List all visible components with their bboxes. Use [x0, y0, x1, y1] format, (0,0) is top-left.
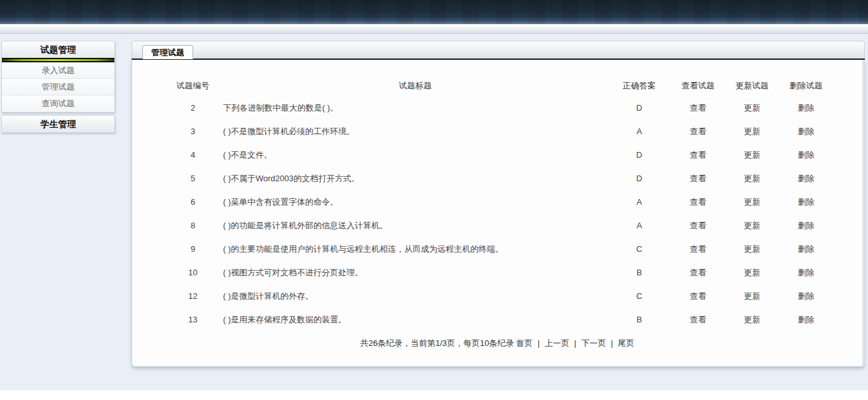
- sidebar-section: 试题管理 录入试题 管理试题 查询试题: [1, 41, 115, 113]
- pagination-link[interactable]: 尾页: [618, 338, 634, 348]
- pagination-link[interactable]: 上一页: [545, 338, 569, 348]
- correct-answer-cell: C: [607, 284, 671, 308]
- delete-question-link[interactable]: 删除: [779, 284, 833, 308]
- question-title-cell: ( )不是微型计算机必须的工作环境。: [223, 120, 607, 143]
- delete-question-link[interactable]: 删除: [779, 308, 833, 331]
- question-title-cell: ( )的功能是将计算机外部的信息送入计算机。: [223, 214, 607, 237]
- update-question-link[interactable]: 更新: [725, 284, 779, 308]
- table-body: 2 下列各进制数中最大的数是( )。 D 查看 更新 删除 3 ( )不是微型计…: [163, 96, 833, 331]
- question-id-cell: 10: [163, 261, 223, 284]
- view-question-link[interactable]: 查看: [671, 308, 725, 331]
- update-question-link[interactable]: 更新: [725, 214, 779, 237]
- correct-answer-cell: D: [607, 96, 671, 120]
- question-title-cell: ( )菜单中含有设置字体的命令。: [223, 190, 607, 214]
- question-id-cell: 2: [163, 96, 223, 120]
- correct-answer-cell: B: [607, 261, 671, 284]
- pagination-link[interactable]: 首页: [516, 338, 532, 348]
- correct-answer-cell: B: [607, 308, 671, 331]
- pagination-separator: |: [535, 338, 542, 348]
- question-title-cell: ( )不是文件。: [223, 143, 607, 167]
- delete-question-link[interactable]: 删除: [779, 167, 833, 190]
- sidebar-item[interactable]: 录入试题: [2, 62, 114, 79]
- table-row: 12 ( )是微型计算机的外存。 C 查看 更新 删除: [163, 284, 833, 308]
- view-question-link[interactable]: 查看: [671, 96, 725, 120]
- panel-body: 试题编号 试题标题 正确答案 查看试题 更新试题 删除试题 2 下列各进制数中最…: [132, 60, 865, 367]
- column-header: 查看试题: [671, 75, 725, 96]
- view-question-link[interactable]: 查看: [671, 237, 725, 261]
- pagination: 共26条纪录，当前第1/3页，每页10条纪录 首页 | 上一页 | 下一页 | …: [132, 331, 862, 355]
- tab-manage-questions[interactable]: 管理试题: [142, 45, 193, 59]
- update-question-link[interactable]: 更新: [725, 120, 779, 143]
- table-row: 8 ( )的功能是将计算机外部的信息送入计算机。 A 查看 更新 删除: [163, 214, 833, 237]
- question-title-cell: ( )不属于Word2003的文档打开方式。: [223, 167, 607, 190]
- pagination-summary: 共26条纪录，当前第1/3页，每页10条纪录: [360, 338, 514, 348]
- delete-question-link[interactable]: 删除: [779, 120, 833, 143]
- column-header: 更新试题: [725, 75, 779, 96]
- delete-question-link[interactable]: 删除: [779, 214, 833, 237]
- correct-answer-cell: A: [607, 120, 671, 143]
- view-question-link[interactable]: 查看: [671, 120, 725, 143]
- accent-stripe-core: [2, 59, 114, 61]
- pagination-separator: |: [608, 338, 615, 348]
- sidebar-section-title[interactable]: 试题管理: [2, 41, 114, 58]
- sidebar-item[interactable]: 查询试题: [2, 95, 114, 112]
- delete-question-link[interactable]: 删除: [779, 96, 833, 120]
- view-question-link[interactable]: 查看: [671, 261, 725, 284]
- view-question-link[interactable]: 查看: [671, 190, 725, 214]
- question-id-cell: 13: [163, 308, 223, 331]
- view-question-link[interactable]: 查看: [671, 167, 725, 190]
- pagination-links: 首页 | 上一页 | 下一页 | 尾页: [516, 338, 634, 348]
- delete-question-link[interactable]: 删除: [779, 190, 833, 214]
- column-header: 删除试题: [779, 75, 833, 96]
- sidebar-item-list: 录入试题 管理试题 查询试题: [2, 62, 114, 112]
- tab-bar: 管理试题: [132, 41, 865, 59]
- view-question-link[interactable]: 查看: [671, 143, 725, 167]
- sidebar-section-title[interactable]: 学生管理: [2, 116, 114, 132]
- correct-answer-cell: D: [607, 143, 671, 167]
- column-header: 试题标题: [223, 75, 607, 96]
- correct-answer-cell: C: [607, 237, 671, 261]
- questions-table: 试题编号 试题标题 正确答案 查看试题 更新试题 删除试题 2 下列各进制数中最…: [163, 75, 833, 331]
- correct-answer-cell: A: [607, 190, 671, 214]
- sidebar: 试题管理 录入试题 管理试题 查询试题 学生管理: [1, 41, 115, 135]
- table-row: 3 ( )不是微型计算机必须的工作环境。 A 查看 更新 删除: [163, 120, 833, 143]
- view-question-link[interactable]: 查看: [671, 214, 725, 237]
- question-title-cell: ( )是用来存储程序及数据的装置。: [223, 308, 607, 331]
- delete-question-link[interactable]: 删除: [779, 143, 833, 167]
- column-header: 试题编号: [163, 75, 223, 96]
- correct-answer-cell: D: [607, 167, 671, 190]
- table-row: 2 下列各进制数中最大的数是( )。 D 查看 更新 删除: [163, 96, 833, 120]
- secondary-bar: [0, 24, 868, 34]
- table-row: 4 ( )不是文件。 D 查看 更新 删除: [163, 143, 833, 167]
- workspace: 试题管理 录入试题 管理试题 查询试题 学生管理 管理试题 试题编号 试题标题: [0, 34, 868, 390]
- table-row: 10 ( )视图方式可对文档不进行分页处理。 B 查看 更新 删除: [163, 261, 833, 284]
- update-question-link[interactable]: 更新: [725, 308, 779, 331]
- sidebar-item[interactable]: 管理试题: [2, 79, 114, 95]
- delete-question-link[interactable]: 删除: [779, 261, 833, 284]
- table-header-row: 试题编号 试题标题 正确答案 查看试题 更新试题 删除试题: [163, 75, 833, 96]
- question-title-cell: ( )视图方式可对文档不进行分页处理。: [223, 261, 607, 284]
- table-row: 9 ( )的主要功能是使用户的计算机与远程主机相连，从而成为远程主机的终端。 C…: [163, 237, 833, 261]
- question-id-cell: 8: [163, 214, 223, 237]
- question-title-cell: ( )的主要功能是使用户的计算机与远程主机相连，从而成为远程主机的终端。: [223, 237, 607, 261]
- accent-stripe: [2, 58, 114, 62]
- question-id-cell: 5: [163, 167, 223, 190]
- pagination-link[interactable]: 下一页: [581, 338, 606, 348]
- question-id-cell: 6: [163, 190, 223, 214]
- pagination-separator: |: [572, 338, 579, 348]
- update-question-link[interactable]: 更新: [725, 143, 779, 167]
- question-id-cell: 9: [163, 237, 223, 261]
- view-question-link[interactable]: 查看: [671, 284, 725, 308]
- update-question-link[interactable]: 更新: [725, 261, 779, 284]
- update-question-link[interactable]: 更新: [725, 237, 779, 261]
- question-id-cell: 4: [163, 143, 223, 167]
- sidebar-section: 学生管理: [1, 115, 115, 133]
- delete-question-link[interactable]: 删除: [779, 237, 833, 261]
- correct-answer-cell: A: [607, 214, 671, 237]
- update-question-link[interactable]: 更新: [725, 167, 779, 190]
- top-banner: [0, 0, 868, 24]
- table-row: 5 ( )不属于Word2003的文档打开方式。 D 查看 更新 删除: [163, 167, 833, 190]
- update-question-link[interactable]: 更新: [725, 190, 779, 214]
- update-question-link[interactable]: 更新: [725, 96, 779, 120]
- table-row: 13 ( )是用来存储程序及数据的装置。 B 查看 更新 删除: [163, 308, 833, 331]
